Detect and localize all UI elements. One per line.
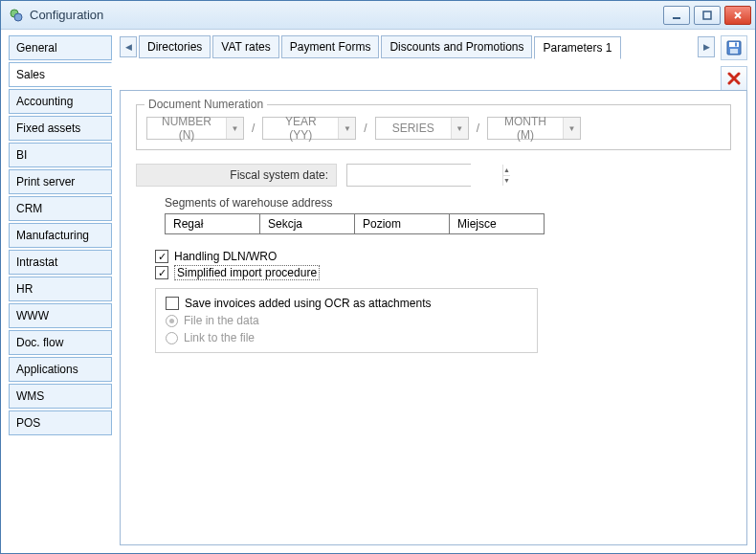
- sidebar-item-docflow[interactable]: Doc. flow: [9, 330, 112, 355]
- tabs-scroll-left[interactable]: ◀: [120, 36, 137, 57]
- sidebar-item-fixed-assets[interactable]: Fixed assets: [9, 116, 112, 141]
- sidebar-item-manufacturing[interactable]: Manufacturing: [9, 223, 112, 248]
- checkbox-icon: [166, 297, 179, 310]
- wh-cell-2[interactable]: Poziom: [354, 213, 450, 234]
- sidebar-item-pos[interactable]: POS: [9, 410, 112, 435]
- sidebar-item-print-server[interactable]: Print server: [9, 169, 112, 194]
- right-tools: [721, 35, 747, 91]
- fiscal-date-label: Fiscal system date:: [136, 164, 337, 187]
- tabs-scroll-right[interactable]: ▶: [698, 36, 715, 57]
- sidebar-item-sales[interactable]: Sales: [9, 62, 112, 87]
- num-part-series[interactable]: SERIES ▼: [375, 117, 469, 140]
- svg-rect-7: [735, 43, 737, 47]
- sidebar-item-wms[interactable]: WMS: [9, 384, 112, 409]
- checkbox-icon: ✓: [155, 266, 168, 279]
- tab-vat-rates[interactable]: VAT rates: [212, 35, 278, 58]
- separator: /: [252, 122, 255, 135]
- wh-cell-1[interactable]: Sekcja: [259, 213, 355, 234]
- sidebar-item-intrastat[interactable]: Intrastat: [9, 250, 112, 275]
- delete-button[interactable]: [721, 66, 747, 91]
- chevron-down-icon: ▼: [563, 118, 580, 139]
- svg-point-1: [14, 13, 22, 21]
- check-label: Handling DLN/WRO: [174, 250, 277, 263]
- sidebar-item-bi[interactable]: BI: [9, 143, 112, 167]
- window-title: Configuration: [30, 8, 663, 22]
- tab-content: Document Numeration NUMBER (N) ▼ / YEAR …: [120, 90, 747, 545]
- titlebar: Configuration: [1, 1, 755, 30]
- checkbox-icon: ✓: [155, 250, 168, 263]
- document-numeration-group: Document Numeration NUMBER (N) ▼ / YEAR …: [136, 104, 731, 150]
- tab-payment-forms[interactable]: Payment Forms: [281, 35, 380, 58]
- fiscal-date-row: Fiscal system date: ▲ ▼: [136, 164, 731, 187]
- svg-rect-6: [730, 49, 738, 54]
- sidebar-item-www[interactable]: WWW: [9, 303, 112, 328]
- sidebar-item-applications[interactable]: Applications: [9, 357, 112, 382]
- minimize-button[interactable]: [663, 6, 690, 25]
- sidebar-item-accounting[interactable]: Accounting: [9, 89, 112, 114]
- sidebar: General Sales Accounting Fixed assets BI…: [9, 35, 112, 545]
- warehouse-title: Segments of warehouse address: [165, 196, 731, 210]
- check-ocr-save[interactable]: Save invoices added using OCR as attachm…: [166, 297, 527, 310]
- radio-label: File in the data: [184, 314, 259, 327]
- tab-parameters-1[interactable]: Parameters 1: [534, 36, 620, 59]
- wh-cell-0[interactable]: Regał: [165, 213, 260, 234]
- radio-label: Link to the file: [184, 331, 255, 344]
- fiscal-date-field[interactable]: [347, 165, 502, 186]
- check-label: Simplified import procedure: [174, 265, 320, 280]
- radio-icon: [166, 332, 178, 344]
- num-part-year[interactable]: YEAR (YY) ▼: [262, 117, 356, 140]
- separator: /: [364, 122, 367, 135]
- radio-link-to-file: Link to the file: [166, 331, 527, 344]
- check-simplified-import[interactable]: ✓ Simplified import procedure: [155, 265, 731, 280]
- app-icon: [9, 8, 24, 23]
- warehouse-segments: Segments of warehouse address Regał Sekc…: [165, 196, 731, 234]
- svg-rect-2: [673, 17, 680, 19]
- tab-directories[interactable]: Directories: [139, 35, 211, 58]
- check-label: Save invoices added using OCR as attachm…: [185, 297, 431, 310]
- spinner-down[interactable]: ▼: [503, 176, 510, 187]
- svg-rect-5: [729, 42, 739, 47]
- chevron-down-icon: ▼: [451, 118, 468, 139]
- fiscal-date-input[interactable]: ▲ ▼: [346, 164, 471, 187]
- chevron-down-icon: ▼: [226, 118, 243, 139]
- separator: /: [477, 122, 479, 135]
- svg-rect-3: [703, 11, 711, 19]
- num-part-month[interactable]: MONTH (M) ▼: [487, 117, 581, 140]
- num-part-number[interactable]: NUMBER (N) ▼: [146, 117, 244, 140]
- config-window: Configuration General Sales Accounting F…: [0, 0, 756, 554]
- wh-cell-3[interactable]: Miejsce: [449, 213, 545, 234]
- save-button[interactable]: [721, 35, 747, 60]
- sidebar-item-general[interactable]: General: [9, 35, 112, 60]
- main: ◀ Directories VAT rates Payment Forms Di…: [120, 35, 747, 545]
- spinner-up[interactable]: ▲: [503, 165, 510, 176]
- group-title: Document Numeration: [145, 98, 267, 111]
- window-buttons: [663, 6, 751, 25]
- check-dln-wro[interactable]: ✓ Handling DLN/WRO: [155, 250, 731, 263]
- ocr-group: Save invoices added using OCR as attachm…: [155, 288, 538, 353]
- tabstrip: ◀ Directories VAT rates Payment Forms Di…: [120, 35, 715, 58]
- maximize-button[interactable]: [694, 6, 721, 25]
- radio-file-in-data: File in the data: [166, 314, 527, 327]
- sidebar-item-crm[interactable]: CRM: [9, 196, 112, 221]
- chevron-down-icon: ▼: [338, 118, 355, 139]
- tab-discounts[interactable]: Discounts and Promotions: [381, 35, 532, 58]
- close-button[interactable]: [724, 6, 751, 25]
- body: General Sales Accounting Fixed assets BI…: [1, 30, 755, 553]
- radio-icon: [166, 315, 178, 327]
- sidebar-item-hr[interactable]: HR: [9, 277, 112, 301]
